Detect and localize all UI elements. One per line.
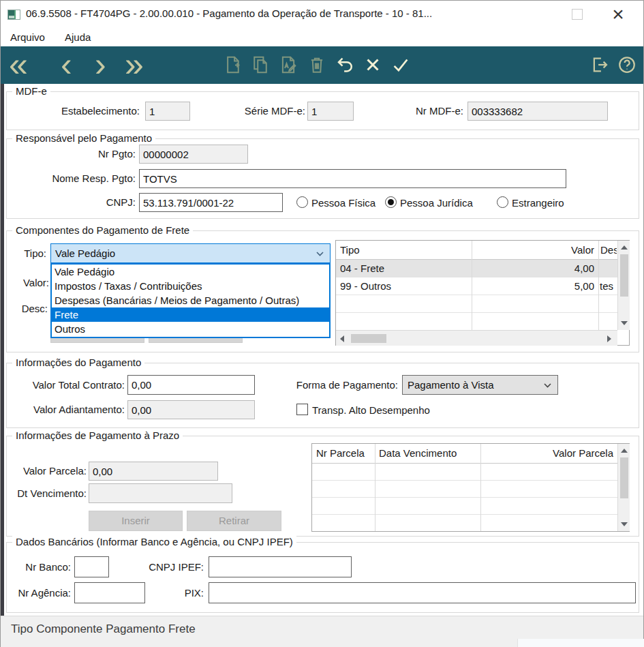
scroll-left-icon[interactable]: [340, 335, 344, 342]
scrollbar-thumb[interactable]: [351, 334, 386, 343]
chevron-down-icon: [544, 383, 551, 388]
dropdown-option[interactable]: Impostos / Taxas / Contribuições: [52, 279, 329, 293]
undo-icon[interactable]: [335, 55, 355, 75]
menu-arquivo[interactable]: Arquivo: [7, 30, 48, 45]
new-record-icon[interactable]: [222, 55, 243, 75]
toolbar: « ‹ › »: [1, 46, 643, 84]
dt-vencimento-field: [89, 483, 232, 503]
minimize-button[interactable]: [513, 4, 540, 25]
dropdown-option-highlighted[interactable]: Frete: [52, 307, 329, 322]
group-prazo-title: Informações de Pagamento à Prazo: [12, 430, 183, 441]
valor-parcela-label: Valor Parcela:: [14, 462, 87, 481]
valor-adiantamento-label: Valor Adiantamento:: [14, 400, 125, 419]
last-record-icon[interactable]: »: [125, 46, 144, 84]
nome-resp-label: Nome Resp. Pgto:: [14, 169, 136, 188]
cancel-icon[interactable]: [363, 55, 383, 75]
help-icon[interactable]: [617, 55, 637, 75]
confirm-icon[interactable]: [390, 55, 411, 75]
scroll-right-icon[interactable]: [607, 335, 611, 342]
status-bar: Tipo Componente Pagamento Frete: [1, 616, 643, 647]
scrollbar-thumb[interactable]: [620, 254, 628, 297]
status-text: Tipo Componente Pagamento Frete: [11, 622, 196, 636]
group-info-pagamento: Informações do Pagamento Valor Total Con…: [6, 363, 639, 428]
componentes-table: Tipo Valor Des 04 - Frete 4,00 99 - Outr…: [335, 240, 630, 346]
tipo-dropdown-list: Vale Pedágio Impostos / Taxas / Contribu…: [50, 263, 331, 338]
valor-total-field[interactable]: [127, 375, 255, 395]
delete-record-icon[interactable]: [307, 55, 327, 75]
forma-pagamento-value: Pagamento à Vista: [408, 379, 493, 391]
nr-mdfe-field: [467, 102, 608, 121]
app-window: 06.9.5508 - FT4704PG - 2.00.00.010 - Pag…: [0, 0, 644, 647]
radio-pessoa-juridica[interactable]: [385, 196, 397, 208]
parcelas-table: Nr Parcela Data Vencimento Valor Parcela: [311, 443, 630, 532]
group-bancarios: Dados Bancários (Informar Banco e Agênci…: [6, 542, 639, 613]
pix-field[interactable]: [209, 582, 636, 603]
cell-tipo: 04 - Frete: [340, 260, 470, 277]
scroll-up-icon[interactable]: [621, 245, 628, 250]
background-window-edge: [1, 84, 4, 616]
pix-label: PIX:: [170, 582, 204, 603]
radio-pessoa-juridica-label: Pessoa Jurídica: [400, 197, 473, 209]
group-mdfe: MDF-e Estabelecimento: Série MDF-e: Nr M…: [6, 91, 639, 130]
col-header-tipo: Tipo: [340, 241, 470, 259]
prev-record-icon[interactable]: ‹: [61, 46, 72, 84]
cell-valor: 5,00: [472, 277, 594, 295]
scroll-down-icon[interactable]: [621, 522, 628, 526]
menu-ajuda[interactable]: Ajuda: [62, 30, 93, 45]
col-header-valor-parcela: Valor Parcela: [482, 444, 613, 463]
chevron-down-icon: [316, 252, 324, 256]
cell-valor: 4,00: [472, 260, 594, 277]
group-prazo: Informações de Pagamento à Prazo Valor P…: [6, 436, 639, 537]
retirar-button[interactable]: Retirar: [187, 511, 281, 531]
horizontal-scrollbar[interactable]: [336, 330, 617, 346]
group-componentes: Componentes do Pagamento de Frete Tipo: …: [6, 230, 639, 352]
serie-mdfe-field: [307, 102, 354, 121]
cnpj-field[interactable]: [139, 193, 283, 212]
nr-pgto-label: Nr Pgto:: [14, 145, 136, 164]
tipo-combobox[interactable]: Vale Pedágio: [50, 243, 331, 263]
group-componentes-title: Componentes do Pagamento de Frete: [12, 224, 193, 236]
window-title: 06.9.5508 - FT4704PG - 2.00.00.010 - Pag…: [26, 7, 432, 19]
scroll-down-icon[interactable]: [621, 321, 628, 325]
valor-label: Valor:: [14, 273, 49, 292]
scroll-up-icon[interactable]: [621, 449, 628, 453]
group-responsavel-title: Responsável pelo Pagamento: [12, 132, 155, 144]
forma-pagamento-combobox[interactable]: Pagamento à Vista: [402, 375, 558, 395]
exit-icon[interactable]: [589, 55, 610, 75]
valor-total-label: Valor Total Contrato:: [14, 375, 125, 395]
dropdown-option[interactable]: Outros: [52, 322, 329, 336]
col-header-data-vencimento: Data Vencimento: [379, 444, 480, 463]
edit-record-icon[interactable]: [278, 55, 298, 75]
radio-pessoa-fisica[interactable]: [296, 196, 308, 208]
dropdown-option[interactable]: Despesas (Bancárias / Meios de Pagamento…: [52, 293, 329, 307]
nome-resp-field[interactable]: [139, 169, 566, 188]
col-header-nr-parcela: Nr Parcela: [316, 444, 373, 463]
close-button[interactable]: ×: [606, 2, 630, 27]
next-record-icon[interactable]: ›: [95, 46, 106, 84]
title-bar: 06.9.5508 - FT4704PG - 2.00.00.010 - Pag…: [1, 1, 643, 28]
col-header-valor: Valor: [472, 241, 594, 259]
vertical-scrollbar[interactable]: [617, 241, 630, 330]
cnpj-label: CNPJ:: [14, 193, 136, 212]
status-panel: [517, 639, 644, 647]
copy-record-icon[interactable]: [250, 55, 271, 75]
valor-adiantamento-field: [127, 400, 255, 419]
inserir-button[interactable]: Inserir: [89, 511, 183, 531]
tipo-label: Tipo:: [14, 243, 46, 263]
nr-agencia-label: Nr Agência:: [10, 582, 71, 603]
radio-estrangeiro[interactable]: [497, 196, 508, 208]
cnpj-ipef-field[interactable]: [209, 556, 352, 577]
nr-pgto-field: [139, 145, 248, 164]
nr-banco-label: Nr Banco:: [14, 556, 71, 577]
nr-banco-field[interactable]: [74, 556, 109, 577]
transp-alto-checkbox[interactable]: [296, 404, 308, 415]
cell-tipo[interactable]: 99 - Outros: [340, 277, 470, 295]
maximize-button[interactable]: [572, 9, 583, 20]
nr-agencia-field[interactable]: [74, 582, 145, 603]
first-record-icon[interactable]: «: [9, 46, 28, 84]
vertical-scrollbar[interactable]: [617, 444, 630, 531]
scrollbar-thumb[interactable]: [620, 457, 628, 498]
dropdown-option[interactable]: Vale Pedágio: [52, 265, 329, 279]
radio-estrangeiro-label: Estrangeiro: [512, 197, 564, 209]
cell-des: tes: [600, 277, 617, 295]
